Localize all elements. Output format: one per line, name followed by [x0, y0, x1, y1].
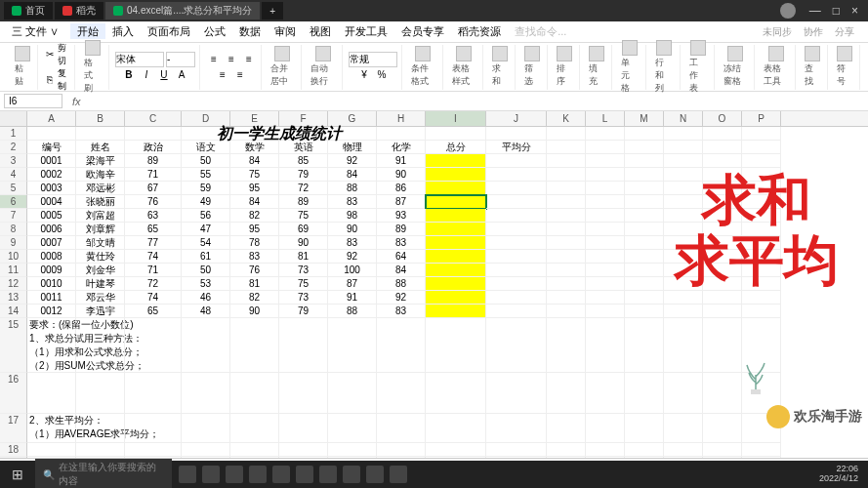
- file-menu[interactable]: 三 文件 ∨: [8, 22, 62, 41]
- cell-K4[interactable]: [547, 168, 586, 182]
- cell-J3[interactable]: [486, 154, 547, 168]
- cell-M13[interactable]: [625, 291, 664, 305]
- cell-M9[interactable]: [625, 236, 664, 250]
- app-tab-file[interactable]: 04.excel篇....求总分和平均分: [105, 2, 260, 20]
- cell-K13[interactable]: [547, 291, 586, 305]
- cell-J11[interactable]: [486, 264, 547, 277]
- cell-F13[interactable]: 73: [279, 291, 328, 305]
- cell-F15[interactable]: [279, 318, 328, 373]
- font-select[interactable]: [115, 52, 164, 67]
- cell-K3[interactable]: [547, 154, 586, 168]
- cell-B9[interactable]: 邹文晴: [76, 236, 125, 250]
- cell-C3[interactable]: 89: [125, 154, 182, 168]
- cell-C2[interactable]: 政治: [125, 141, 182, 154]
- cell-M16[interactable]: [625, 373, 664, 414]
- number-format-select[interactable]: [349, 52, 397, 67]
- menu-1[interactable]: 插入: [105, 23, 141, 39]
- cell-F3[interactable]: 85: [279, 154, 328, 168]
- cell-O17[interactable]: [703, 414, 742, 443]
- cell-J14[interactable]: [486, 305, 547, 318]
- cell-J8[interactable]: [486, 223, 547, 236]
- app-tab-add[interactable]: +: [262, 2, 283, 20]
- cell-O19[interactable]: [703, 457, 742, 458]
- cell-I10[interactable]: [426, 250, 486, 264]
- cell-C9[interactable]: 77: [125, 236, 182, 250]
- cell-O15[interactable]: [703, 318, 742, 373]
- percent-button[interactable]: %: [374, 67, 390, 83]
- menu-7[interactable]: 开发工具: [338, 23, 394, 39]
- cell-G3[interactable]: 92: [328, 154, 377, 168]
- fontsize-select[interactable]: [166, 52, 195, 67]
- cell-I3[interactable]: [426, 154, 486, 168]
- cell-G11[interactable]: 100: [328, 264, 377, 277]
- cell-F8[interactable]: 69: [279, 223, 328, 236]
- cell-G10[interactable]: 92: [328, 250, 377, 264]
- menu-8[interactable]: 会员专享: [394, 23, 451, 39]
- cell-E14[interactable]: 90: [230, 305, 279, 318]
- cell-F2[interactable]: 英语: [279, 141, 328, 154]
- cell-I6[interactable]: [426, 195, 486, 209]
- user-avatar[interactable]: [780, 3, 796, 19]
- cell-P2[interactable]: [742, 141, 781, 154]
- cell-C13[interactable]: 74: [125, 291, 182, 305]
- cell-H17[interactable]: [377, 414, 426, 443]
- cell-M19[interactable]: [625, 457, 664, 458]
- cond-format-button[interactable]: 条件格式: [408, 45, 438, 89]
- cell-F17[interactable]: [279, 414, 328, 443]
- symbol-button[interactable]: 符号: [834, 45, 855, 89]
- row-header-11[interactable]: 11: [0, 264, 27, 277]
- cell-N15[interactable]: [664, 318, 703, 373]
- col-header-O[interactable]: O: [703, 111, 742, 126]
- cell-L16[interactable]: [586, 373, 625, 414]
- copy-button[interactable]: ⎘: [44, 72, 56, 88]
- cell-J17[interactable]: [486, 414, 547, 443]
- cell-A13[interactable]: 0011: [27, 291, 76, 305]
- cell-A2[interactable]: 编号: [27, 141, 76, 154]
- cell-H7[interactable]: 93: [377, 209, 426, 223]
- tabletools-button[interactable]: 表格工具: [761, 45, 791, 89]
- cell-E3[interactable]: 84: [230, 154, 279, 168]
- fontcolor-button[interactable]: A: [174, 67, 189, 83]
- minimize-button[interactable]: —: [804, 4, 827, 18]
- row-header-17[interactable]: 17: [0, 414, 27, 443]
- cell-F11[interactable]: 73: [279, 264, 328, 277]
- cell-A6[interactable]: 0004: [27, 195, 76, 209]
- currency-button[interactable]: ¥: [356, 67, 372, 83]
- cell-P3[interactable]: [742, 154, 781, 168]
- cell-F10[interactable]: 81: [279, 250, 328, 264]
- cell-B15[interactable]: [76, 318, 125, 373]
- cell-C11[interactable]: 71: [125, 264, 182, 277]
- sum-button[interactable]: 求和: [489, 45, 511, 89]
- filter-button[interactable]: 筛选: [521, 45, 543, 89]
- cell-P19[interactable]: [742, 457, 781, 458]
- cell-H12[interactable]: 88: [377, 277, 426, 291]
- cell-F14[interactable]: 79: [279, 305, 328, 318]
- cell-N16[interactable]: [664, 373, 703, 414]
- col-header-N[interactable]: N: [664, 111, 703, 126]
- cell-H13[interactable]: 92: [377, 291, 426, 305]
- cell-G4[interactable]: 84: [328, 168, 377, 182]
- cell-E15[interactable]: [230, 318, 279, 373]
- cell-C10[interactable]: 74: [125, 250, 182, 264]
- cell-O16[interactable]: [703, 373, 742, 414]
- cell-H14[interactable]: 83: [377, 305, 426, 318]
- cell-D17[interactable]: [182, 414, 230, 443]
- fill-button[interactable]: 填充: [586, 45, 607, 89]
- col-header-M[interactable]: M: [625, 111, 664, 126]
- cell-F16[interactable]: [279, 373, 328, 414]
- row-header-12[interactable]: 12: [0, 277, 27, 291]
- cell-L17[interactable]: [586, 414, 625, 443]
- cell-G8[interactable]: 90: [328, 223, 377, 236]
- cell-I4[interactable]: [426, 168, 486, 182]
- cell-J1[interactable]: [486, 127, 547, 141]
- row-header-13[interactable]: 13: [0, 291, 27, 305]
- col-header-H[interactable]: H: [377, 111, 426, 126]
- cell-P13[interactable]: [742, 291, 781, 305]
- find-button[interactable]: 查找: [802, 45, 823, 89]
- cell-A5[interactable]: 0003: [27, 182, 76, 195]
- cell-J2[interactable]: 平均分: [486, 141, 547, 154]
- col-header-B[interactable]: B: [76, 111, 125, 126]
- cell-D14[interactable]: 48: [182, 305, 230, 318]
- col-header-I[interactable]: I: [426, 111, 486, 126]
- cell-A18[interactable]: [27, 443, 76, 457]
